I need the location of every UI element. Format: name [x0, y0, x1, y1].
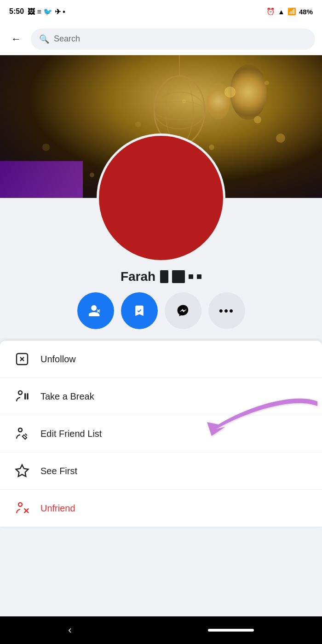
svg-point-1: [254, 116, 261, 123]
edit-person-icon: [14, 425, 30, 442]
name-dot-1: [189, 274, 193, 279]
search-bar[interactable]: 🔍 Search: [31, 29, 315, 50]
battery: 48%: [299, 8, 313, 16]
menu-item-edit-friend-list[interactable]: Edit Friend List: [0, 415, 322, 453]
status-bar: 5:50 🖼 ≡ 🐦 ✈ • ⏰ ▲ 📶 48%: [0, 0, 322, 23]
menu-label-unfriend: Unfriend: [40, 503, 75, 514]
search-icon: 🔍: [39, 34, 49, 44]
status-left: 5:50 🖼 ≡ 🐦 ✈ •: [9, 7, 65, 16]
bottom-back-button[interactable]: ‹: [68, 624, 71, 636]
svg-point-12: [154, 101, 205, 120]
ellipsis-icon: •••: [219, 304, 234, 318]
menu-item-take-a-break[interactable]: Take a Break: [0, 378, 322, 415]
star-icon: [14, 463, 30, 479]
time: 5:50: [9, 7, 24, 16]
remove-person-icon: [14, 500, 30, 516]
name-redacted: [160, 270, 201, 283]
back-button[interactable]: ←: [7, 30, 25, 48]
svg-marker-20: [16, 465, 29, 476]
menu-item-unfriend[interactable]: Unfriend: [0, 490, 322, 527]
svg-point-6: [276, 133, 285, 143]
status-icons: 🖼 ≡ 🐦 ✈ •: [28, 7, 65, 16]
name-block-1: [160, 270, 168, 283]
home-indicator[interactable]: [208, 629, 254, 632]
svg-point-18: [18, 428, 22, 432]
messenger-button[interactable]: [165, 292, 201, 329]
messenger-icon: [176, 304, 190, 318]
status-right: ⏰ ▲ 📶 48%: [266, 7, 313, 16]
menu-item-see-first[interactable]: See First: [0, 453, 322, 490]
wifi-icon: ▲: [278, 8, 285, 16]
alarm-icon: ⏰: [266, 7, 275, 16]
bookmark-check-icon: [132, 304, 146, 318]
friends-button[interactable]: [77, 292, 114, 329]
bottom-nav: ‹: [0, 616, 322, 644]
more-button[interactable]: •••: [208, 292, 245, 329]
nav-bar: ← 🔍 Search: [0, 23, 322, 55]
svg-point-7: [42, 144, 50, 151]
profile-name: Farah: [121, 269, 201, 284]
menu-label-take-a-break: Take a Break: [40, 391, 94, 402]
avatar-wrapper: [97, 133, 225, 262]
svg-point-15: [18, 391, 22, 395]
svg-point-8: [90, 173, 94, 177]
person-check-icon: [89, 304, 103, 318]
avatar: [97, 133, 225, 262]
signal-icon: 📶: [288, 7, 296, 16]
unfollow-icon: [14, 351, 30, 367]
name-dot-2: [197, 274, 201, 279]
menu-item-unfollow[interactable]: Unfollow: [0, 341, 322, 378]
search-placeholder: Search: [54, 34, 80, 44]
svg-line-19: [25, 434, 27, 435]
action-buttons: •••: [68, 292, 254, 329]
menu-label-see-first: See First: [40, 466, 77, 476]
dropdown-menu: Unfollow Take a Break Edit Friend List: [0, 341, 322, 527]
svg-point-5: [135, 122, 141, 127]
menu-label-edit-friend-list: Edit Friend List: [40, 429, 102, 439]
svg-point-21: [18, 503, 22, 506]
svg-point-0: [224, 87, 236, 98]
name-block-2: [172, 270, 185, 283]
menu-label-unfollow: Unfollow: [40, 354, 76, 365]
profile-first-name: Farah: [121, 269, 155, 284]
save-button[interactable]: [121, 292, 158, 329]
svg-point-3: [264, 81, 269, 85]
pause-person-icon: [14, 388, 30, 405]
profile-section: Farah •••: [0, 198, 322, 338]
svg-point-11: [154, 92, 205, 129]
